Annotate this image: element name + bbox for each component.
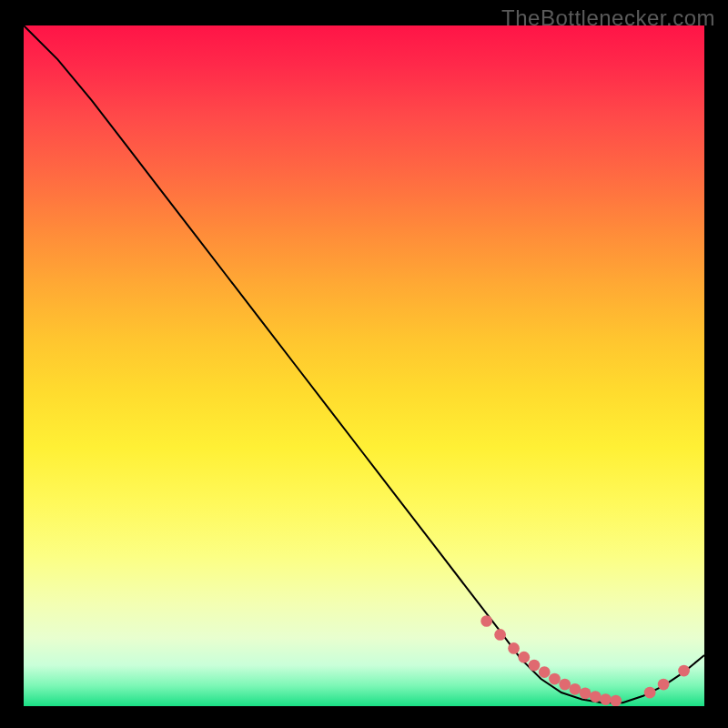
- marker-dot: [610, 695, 622, 706]
- chart-svg: [24, 25, 704, 706]
- marker-dot: [570, 683, 581, 695]
- plot-area: [24, 25, 704, 706]
- marker-dot: [518, 652, 530, 663]
- marker-dot: [529, 660, 541, 672]
- marker-dot: [559, 679, 571, 691]
- marker-dot: [508, 642, 520, 654]
- attribution-text: TheBottlenecker.com: [501, 5, 715, 31]
- marker-dot: [600, 693, 612, 705]
- marker-dot: [644, 687, 656, 699]
- bottleneck-curve: [24, 25, 704, 703]
- marker-dot: [549, 673, 561, 685]
- marker-dot: [590, 691, 602, 703]
- marker-dot: [494, 629, 506, 641]
- highlight-markers: [480, 615, 690, 706]
- marker-dot: [580, 687, 592, 699]
- marker-dot: [539, 666, 551, 678]
- marker-dot: [658, 679, 670, 691]
- marker-dot: [678, 665, 690, 677]
- marker-dot: [480, 615, 492, 627]
- chart-frame: TheBottlenecker.com: [0, 0, 728, 728]
